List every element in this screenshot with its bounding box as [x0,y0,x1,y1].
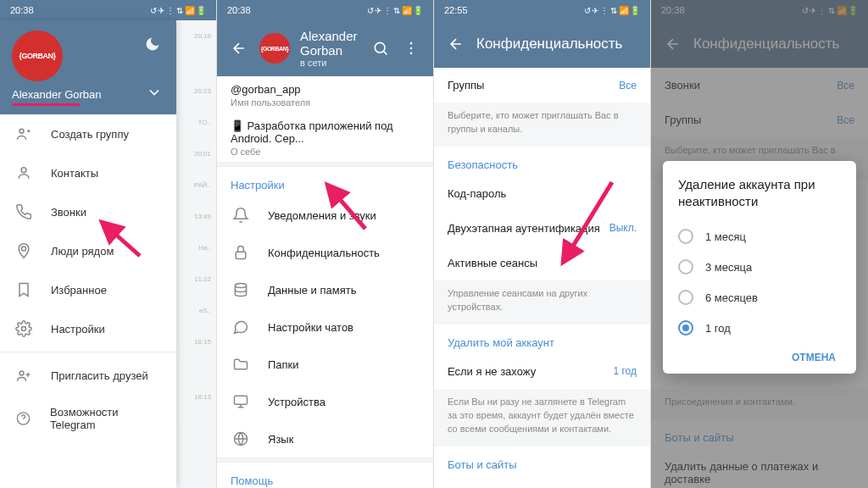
section-security: Безопасность [434,147,650,176]
menu-label: Избранное [51,284,107,297]
svg-point-1 [21,168,26,173]
menu-features[interactable]: Возможности Telegram [0,395,176,442]
radio-3-months[interactable]: 3 месяца [678,252,841,282]
row-passcode[interactable]: Код-пароль [434,176,650,211]
radio-1-year[interactable]: 1 год [678,313,841,343]
section-settings: Настройки [217,167,433,197]
phone-settings: 20:38 ↺ ✈ ⋮ ⇅ 📶 🔋 {GORBAN} Alexander Gor… [217,0,434,488]
row-language[interactable]: Язык [217,420,433,458]
status-time: 22:55 [444,5,468,15]
profile-name: Alexander Gorban [300,29,360,58]
bio-block[interactable]: 📱 Разработка приложений под Android. Сер… [217,113,433,162]
avatar[interactable]: {GORBAN} [12,30,63,81]
row-sessions[interactable]: Активные сеансы [434,246,650,280]
svg-point-9 [410,53,413,55]
phone-drawer: 20:38 ↺ ✈ ⋮ ⇅ 📶 🔋 20:1620:23TO.. 20:01PA… [0,0,217,488]
status-time: 20:38 [227,5,251,15]
status-bar: 20:38 ↺ ✈ ⋮ ⇅ 📶 🔋 [0,0,216,20]
section-delete-account: Удалить мой аккаунт [434,324,650,354]
svg-point-4 [19,371,24,375]
menu-label: Возможности Telegram [50,406,161,431]
radio-label: 3 месяца [705,261,752,274]
menu-label: Настройки [51,323,105,336]
menu-create-group[interactable]: Создать группу [0,114,176,153]
username-block[interactable]: @gorban_appИмя пользователя [217,76,433,113]
avatar[interactable]: {GORBAN} [259,33,290,64]
svg-rect-11 [235,396,248,404]
cancel-button[interactable]: ОТМЕНА [678,343,841,367]
row-label: Язык [268,433,293,446]
radio-icon [678,229,693,244]
radio-icon [678,320,693,336]
status-icons: ↺ ✈ ⋮ ⇅ 📶 🔋 [367,6,423,15]
row-label: Устройства [268,396,326,408]
menu-label: Создать группу [51,128,129,141]
search-icon[interactable] [370,38,391,58]
divider [0,352,176,352]
back-icon[interactable] [446,34,466,54]
drawer-username: Alexander Gorban [12,88,164,101]
drawer-header: {GORBAN} Alexander Gorban [0,20,176,114]
row-groups[interactable]: ГруппыВсе [434,68,650,103]
radio-icon [678,259,693,274]
status-bar: 22:55 ↺ ✈ ⋮ ⇅ 📶 🔋 [434,0,650,20]
radio-label: 6 месяцев [705,291,758,304]
svg-point-6 [375,42,385,53]
row-label: Уведомления и звуки [268,209,376,222]
status-bar: 20:38 ↺ ✈ ⋮ ⇅ 📶 🔋 [217,0,433,20]
section-bots: Боты и сайты [434,446,650,476]
radio-6-months[interactable]: 6 месяцев [678,282,841,313]
phone-privacy-modal: 20:38 ↺ ✈ ⋮ ⇅ 📶 🔋 Конфиденциальность Зво… [651,0,868,488]
radio-label: 1 месяц [705,230,746,243]
background-chat-list: 20:1620:23TO.. 20:01PAЙ..13:49Ha.. 11:32… [175,20,216,488]
hint-inactive: Если Вы ни разу не заглянете в Telegram … [434,389,650,446]
menu-label: Звонки [51,206,86,219]
hint-sessions: Управление сеансами на других устройства… [434,280,650,324]
menu-saved[interactable]: Избранное [0,270,176,309]
delete-account-modal: Удаление аккаунта при неактивности 1 мес… [663,161,856,374]
svg-point-8 [410,47,413,50]
radio-1-month[interactable]: 1 месяц [678,221,841,252]
radio-icon [678,290,693,305]
privacy-header: Конфиденциальность [434,20,650,68]
svg-point-7 [410,42,413,45]
settings-header: {GORBAN} Alexander Gorban в сети [217,20,433,76]
svg-point-0 [19,129,24,133]
menu-label: Контакты [51,167,98,180]
row-notifications[interactable]: Уведомления и звуки [217,197,433,234]
row-data[interactable]: Данные и память [217,271,433,308]
back-icon[interactable] [229,38,249,58]
page-title: Конфиденциальность [476,36,638,53]
section-help: Помощь [217,463,433,488]
row-inactive[interactable]: Если я не захожу1 год [434,354,650,389]
row-label: Данные и память [268,284,356,297]
moon-icon[interactable] [142,34,163,54]
modal-title: Удаление аккаунта при неактивности [678,176,841,209]
row-label: Папки [268,358,299,371]
menu-label: Люди рядом [51,245,114,258]
row-folders[interactable]: Папки [217,346,433,383]
hint-groups: Выберите, кто может приглашать Вас в гру… [434,103,650,147]
svg-rect-10 [236,252,246,258]
menu-label: Пригласить друзей [51,369,148,382]
row-privacy[interactable]: Конфиденциальность [217,234,433,271]
svg-point-3 [22,327,26,331]
row-chat-settings[interactable]: Настройки чатов [217,308,433,346]
menu-calls[interactable]: Звонки [0,192,176,231]
row-devices[interactable]: Устройства [217,383,433,420]
menu-nearby[interactable]: Люди рядом [0,231,176,270]
menu-invite[interactable]: Пригласить друзей [0,356,176,395]
chevron-down-icon[interactable] [146,84,163,104]
menu-settings[interactable]: Настройки [0,309,176,348]
profile-status: в сети [300,58,360,68]
row-label: Настройки чатов [268,321,353,334]
menu-contacts[interactable]: Контакты [0,153,176,192]
svg-point-2 [22,247,26,251]
radio-label: 1 год [705,322,731,335]
status-time: 20:38 [10,5,34,15]
status-icons: ↺ ✈ ⋮ ⇅ 📶 🔋 [584,6,640,15]
accent-bar [12,103,80,106]
more-icon[interactable] [401,38,421,58]
row-clear-payments[interactable]: Удалить данные о платежах и доставке [434,476,650,488]
row-twostep[interactable]: Двухэтапная аутентификацияВыкл. [434,211,650,246]
